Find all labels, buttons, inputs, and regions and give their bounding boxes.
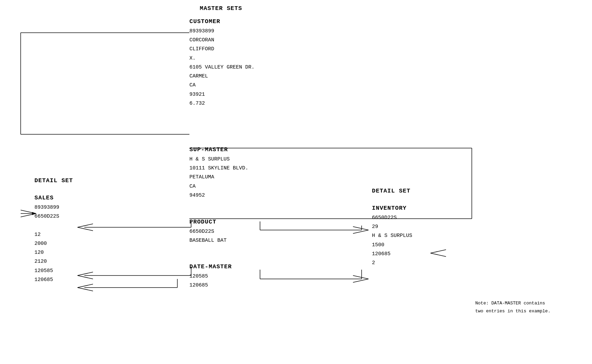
sales-block: SALES 89393899 6650D22S 12 2000 120 2120… (34, 193, 59, 284)
inventory-block: INVENTORY 6650D22S 29 H & S SURPLUS 1500… (372, 203, 412, 268)
customer-block: CUSTOMER 89393899 CORCORAN CLIFFORD X. 6… (189, 17, 255, 108)
detail-set-right-label: DETAIL SET (372, 186, 411, 196)
detail-set-left-label: DETAIL SET (34, 176, 73, 186)
note-text: Note: DATA-MASTER contains two entries i… (475, 300, 550, 315)
sup-master-block: SUP-MASTER H & S SURPLUS 10111 SKYLINE B… (189, 145, 248, 200)
product-block: PRODUCT 6650D22S BASEBALL BAT (189, 217, 227, 245)
page-title: MASTER SETS (200, 3, 242, 14)
date-master-block: DATE-MASTER 120585 120685 (189, 262, 232, 290)
